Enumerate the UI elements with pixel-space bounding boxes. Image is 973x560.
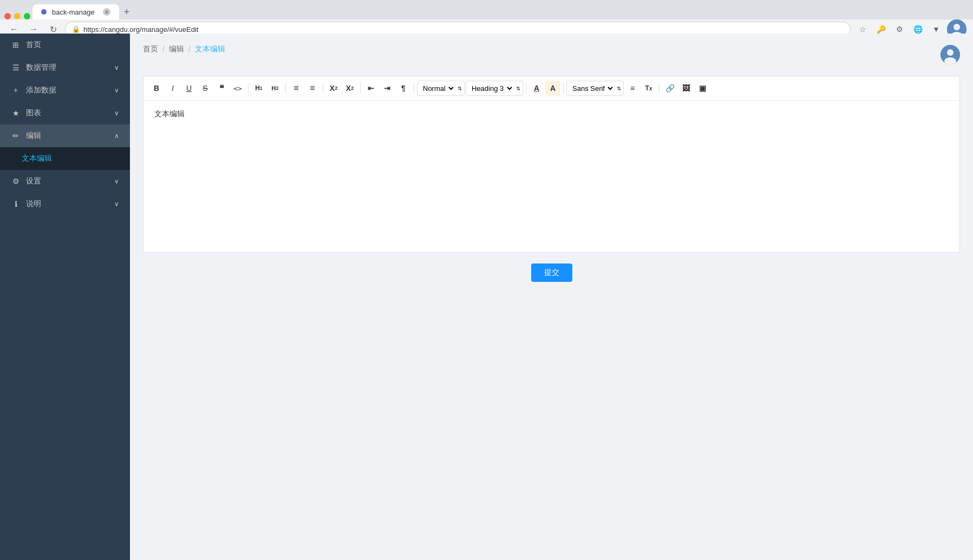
sidebar-item-home[interactable]: ⊞ 首页 <box>0 34 130 56</box>
chevron-up-icon: ∧ <box>114 132 119 140</box>
chevron-down-icon: ∨ <box>114 200 119 208</box>
paragraph-button[interactable]: ¶ <box>396 81 411 96</box>
toolbar-separator <box>285 83 286 94</box>
toolbar-separator <box>414 83 414 94</box>
editor-content: 文本编辑 <box>154 109 185 118</box>
lock-icon: 🔒 <box>72 25 80 33</box>
underline-button[interactable]: U <box>181 81 197 96</box>
sidebar-label-docs: 说明 <box>26 199 41 209</box>
charts-icon: ★ <box>11 109 21 117</box>
tab-favicon <box>41 9 47 15</box>
sidebar: ⊞ 首页 ☰ 数据管理 ∨ ＋ 添加数据 ∨ ★ 图表 ∨ ✏ 编辑 ∧ 文本编… <box>0 34 130 560</box>
font-color-button[interactable]: A <box>529 81 544 96</box>
blockquote-button[interactable]: ❝ <box>214 81 229 96</box>
sidebar-label-home: 首页 <box>26 40 41 50</box>
clear-format-button[interactable]: Tx <box>641 81 656 96</box>
docs-icon: ℹ <box>11 200 21 208</box>
toolbar-separator <box>248 83 249 94</box>
toolbar-separator <box>360 83 361 94</box>
browser-tab[interactable]: back-manage ✕ <box>32 4 119 19</box>
toolbar-separator <box>659 83 659 94</box>
tab-close-button[interactable]: ✕ <box>103 8 110 16</box>
toolbar-separator <box>526 83 526 94</box>
url-text: https://cangdu.org/manage/#/vueEdit <box>83 25 198 34</box>
editor-area[interactable]: 文本编辑 <box>143 101 959 252</box>
editor-container: B I U S ❝ <> H1 H2 ≡ ≡ X2 X2 ⇤ ⇥ ¶ <box>143 76 960 253</box>
breadcrumb-parent[interactable]: 编辑 <box>169 44 184 54</box>
h2-button[interactable]: H2 <box>267 81 283 96</box>
sidebar-label-charts: 图表 <box>26 108 41 118</box>
sidebar-item-edit[interactable]: ✏ 编辑 ∧ <box>0 124 130 147</box>
editor-toolbar: B I U S ❝ <> H1 H2 ≡ ≡ X2 X2 ⇤ ⇥ ¶ <box>143 76 959 101</box>
indent-left-button[interactable]: ⇤ <box>363 81 378 96</box>
font-bg-button[interactable]: A <box>545 81 560 96</box>
main-content: 首页 / 编辑 / 文本编辑 B I <box>130 34 973 560</box>
normal-dropdown[interactable]: Normal <box>420 84 455 93</box>
ordered-list-button[interactable]: ≡ <box>289 81 304 96</box>
sidebar-label-text-edit: 文本编辑 <box>22 154 52 163</box>
settings-icon: ⚙ <box>11 177 21 186</box>
strikethrough-button[interactable]: S <box>198 81 213 96</box>
chevron-down-icon: ∨ <box>114 64 119 71</box>
h1-button[interactable]: H1 <box>251 81 266 96</box>
sidebar-label-edit: 编辑 <box>26 131 41 141</box>
code-button[interactable]: <> <box>230 81 245 96</box>
edit-icon: ✏ <box>11 131 21 140</box>
svg-point-4 <box>947 49 954 56</box>
traffic-light-yellow[interactable] <box>14 13 21 19</box>
breadcrumb-sep2: / <box>188 45 191 54</box>
svg-point-1 <box>954 24 960 30</box>
traffic-light-green[interactable] <box>24 13 30 19</box>
add-data-icon: ＋ <box>11 85 21 95</box>
image-button[interactable]: 🖼 <box>678 81 694 96</box>
breadcrumb-home[interactable]: 首页 <box>143 44 158 54</box>
breadcrumb: 首页 / 编辑 / 文本编辑 <box>143 44 225 54</box>
submit-area: 提交 <box>143 263 960 282</box>
tab-title: back-manage <box>52 8 95 16</box>
sidebar-item-add-data[interactable]: ＋ 添加数据 ∨ <box>0 79 130 102</box>
sidebar-item-data-manage[interactable]: ☰ 数据管理 ∨ <box>0 56 130 79</box>
traffic-light-red[interactable] <box>4 13 11 19</box>
sidebar-label-data-manage: 数据管理 <box>26 63 56 73</box>
chevron-down-icon: ∨ <box>114 109 119 117</box>
sidebar-item-settings[interactable]: ⚙ 设置 ∨ <box>0 170 130 193</box>
superscript-button[interactable]: X2 <box>342 81 357 96</box>
font-family-dropdown[interactable]: Sans Serif <box>569 84 615 93</box>
new-tab-button[interactable]: + <box>119 4 134 19</box>
bold-button[interactable]: B <box>149 81 164 96</box>
font-family-select[interactable]: Sans Serif ⇅ <box>566 81 624 96</box>
toolbar-separator <box>563 83 564 94</box>
sidebar-item-docs[interactable]: ℹ 说明 ∨ <box>0 193 130 215</box>
chevron-down-icon: ∨ <box>114 87 119 94</box>
video-button[interactable]: ▣ <box>695 81 710 96</box>
normal-select[interactable]: Normal ⇅ <box>417 81 465 96</box>
breadcrumb-sep1: / <box>162 45 165 54</box>
indent-right-button[interactable]: ⇥ <box>380 81 395 96</box>
sidebar-label-settings: 设置 <box>26 176 41 186</box>
subscript-button[interactable]: X2 <box>326 81 341 96</box>
italic-button[interactable]: I <box>165 81 180 96</box>
sidebar-item-charts[interactable]: ★ 图表 ∨ <box>0 102 130 124</box>
sidebar-label-add-data: 添加数据 <box>26 85 56 95</box>
chevron-down-icon: ∨ <box>114 177 119 185</box>
toolbar-separator <box>323 83 323 94</box>
submit-button[interactable]: 提交 <box>531 263 572 282</box>
heading-select[interactable]: Heading 3 ⇅ <box>466 81 523 96</box>
sidebar-item-text-edit[interactable]: 文本编辑 <box>0 147 130 170</box>
user-avatar[interactable] <box>941 45 960 64</box>
align-button[interactable]: ≡ <box>625 81 640 96</box>
link-button[interactable]: 🔗 <box>662 81 677 96</box>
heading-dropdown[interactable]: Heading 3 <box>468 84 514 93</box>
home-icon: ⊞ <box>11 41 21 49</box>
breadcrumb-current: 文本编辑 <box>195 44 225 54</box>
data-manage-icon: ☰ <box>11 63 21 72</box>
bullet-list-button[interactable]: ≡ <box>305 81 320 96</box>
